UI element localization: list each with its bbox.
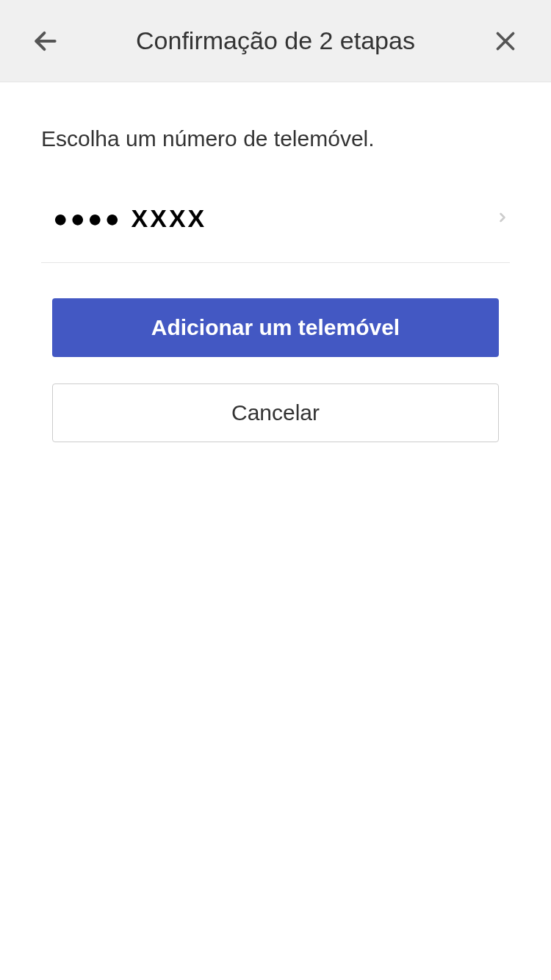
close-button[interactable]: [489, 25, 522, 57]
cancel-button[interactable]: Cancelar: [52, 383, 499, 442]
chevron-right-icon: [495, 210, 510, 228]
back-button[interactable]: [29, 25, 62, 57]
close-icon: [492, 28, 519, 54]
header: Confirmação de 2 etapas: [0, 0, 551, 82]
content: Escolha um número de telemóvel. ●●●● XXX…: [0, 82, 551, 442]
instruction-text: Escolha um número de telemóvel.: [41, 126, 510, 151]
phone-option-row[interactable]: ●●●● XXXX: [41, 187, 510, 263]
phone-masked-value: ●●●● XXXX: [53, 204, 206, 233]
arrow-left-icon: [32, 27, 60, 55]
add-phone-button[interactable]: Adicionar um telemóvel: [52, 298, 499, 357]
page-title: Confirmação de 2 etapas: [62, 26, 489, 55]
